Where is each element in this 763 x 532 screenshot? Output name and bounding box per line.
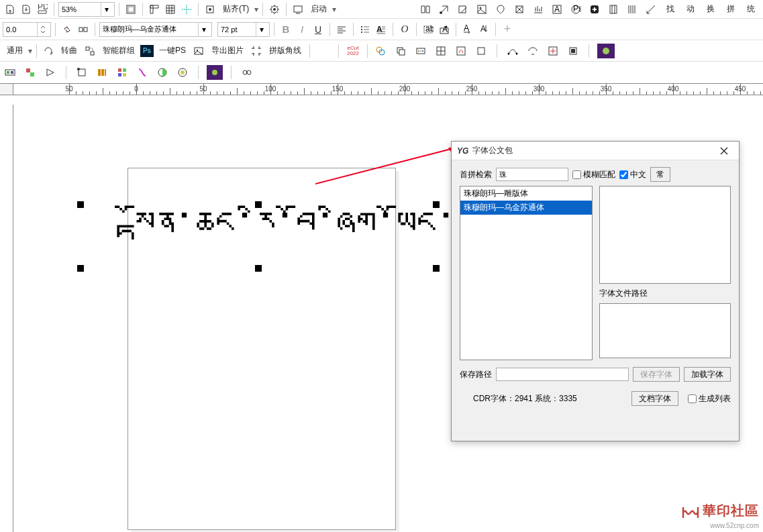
p5-icon[interactable]	[454, 44, 468, 58]
r4-1-icon[interactable]	[3, 65, 17, 80]
options-icon[interactable]	[267, 2, 282, 17]
p3-icon[interactable]	[413, 44, 428, 58]
r4-10-icon[interactable]	[207, 65, 223, 80]
doc-font-button[interactable]: 文档字体	[631, 391, 678, 406]
underline-icon[interactable]: U	[311, 22, 325, 37]
pdf-icon[interactable]: PDF	[35, 2, 50, 17]
common-button[interactable]: 常	[650, 167, 670, 182]
save-path-input[interactable]	[496, 368, 629, 381]
cn-4[interactable]: 拼	[723, 2, 739, 16]
unlink-1-icon[interactable]	[60, 22, 74, 37]
r4-4-icon[interactable]	[74, 65, 89, 80]
bold-icon[interactable]: B	[278, 22, 293, 37]
p9-icon[interactable]	[546, 44, 560, 58]
text-direction-2-icon[interactable]: A	[476, 22, 491, 37]
opentype-icon[interactable]: O	[397, 22, 412, 37]
ps-icon[interactable]: Ps	[140, 45, 154, 57]
general-menu[interactable]: 通用	[3, 44, 27, 58]
ruler-corner[interactable]	[0, 84, 13, 95]
r4-9-icon[interactable]	[175, 65, 190, 80]
oneclick-ps[interactable]: 一键PS	[155, 44, 190, 58]
numeric-input[interactable]	[3, 22, 51, 37]
script-12-icon[interactable]	[625, 2, 640, 17]
p11-icon[interactable]	[597, 44, 615, 58]
p10-icon[interactable]	[566, 44, 580, 58]
script-4-icon[interactable]	[474, 2, 489, 17]
unlink-2-icon[interactable]	[76, 22, 91, 37]
launch-menu[interactable]: 启动	[307, 2, 331, 16]
chinese-checkbox[interactable]: 中文	[619, 169, 646, 180]
r4-3-icon[interactable]	[43, 65, 58, 80]
export-image-icon[interactable]	[191, 44, 206, 58]
script-8-icon[interactable]: A	[550, 2, 564, 17]
launcher-icon[interactable]	[291, 2, 305, 17]
cn-1[interactable]: 找	[662, 2, 678, 16]
script-7-icon[interactable]	[531, 2, 546, 17]
dropcap-icon[interactable]: A	[374, 22, 389, 37]
script-6-icon[interactable]	[512, 2, 527, 17]
text-direction-1-icon[interactable]: A	[460, 22, 475, 37]
script-5-icon[interactable]	[493, 2, 508, 17]
script-1-icon[interactable]	[418, 2, 433, 17]
chevron-down-icon[interactable]: ▾	[101, 3, 111, 16]
dialog-titlebar[interactable]: YG 字体公文包	[452, 142, 739, 160]
zoom-dropdown[interactable]: ▾	[58, 2, 115, 17]
fuzzy-checkbox[interactable]: 模糊匹配	[572, 169, 615, 180]
stepper-icon[interactable]	[37, 23, 48, 36]
bullet-list-icon[interactable]	[358, 22, 372, 37]
font-dropdown[interactable]: ▾	[99, 22, 212, 37]
list-item[interactable]: 珠穆朗玛—乌金苏通体	[460, 201, 592, 215]
zoom-value[interactable]	[59, 3, 101, 15]
smart-group[interactable]: 智能群组	[99, 44, 139, 58]
p7-icon[interactable]	[505, 44, 520, 58]
italic-icon[interactable]: I	[295, 22, 309, 37]
show-rulers-icon[interactable]	[147, 2, 162, 17]
text-frame-icon[interactable]: ab	[421, 22, 436, 37]
smartgroup-icon[interactable]	[83, 44, 97, 58]
cn-2[interactable]: 动	[682, 2, 699, 16]
script-11-icon[interactable]	[606, 2, 621, 17]
add-icon[interactable]: +	[500, 22, 515, 37]
font-list[interactable]: 珠穆朗玛—雕版体 珠穆朗玛—乌金苏通体	[460, 186, 593, 360]
fullscreen-icon[interactable]	[123, 2, 138, 17]
text-vertical-icon[interactable]: A	[437, 22, 452, 37]
snap-icon[interactable]	[203, 2, 217, 17]
cn-5[interactable]: 统	[743, 2, 759, 16]
p2-icon[interactable]	[393, 44, 408, 58]
list-item[interactable]: 珠穆朗玛—雕版体	[460, 187, 592, 201]
script-10-icon[interactable]	[587, 2, 602, 17]
cn-3[interactable]: 换	[703, 2, 719, 16]
export-image[interactable]: 导出图片	[207, 44, 248, 58]
p6-icon[interactable]	[474, 44, 489, 58]
r4-7-icon[interactable]	[135, 65, 150, 80]
close-icon[interactable]	[715, 144, 733, 158]
r4-6-icon[interactable]	[115, 65, 130, 80]
search-input[interactable]	[496, 168, 568, 181]
import-icon[interactable]	[3, 2, 17, 17]
show-grid-icon[interactable]	[163, 2, 178, 17]
ecut-icon[interactable]: eCut 2022	[343, 44, 363, 58]
chevron-down-icon[interactable]: ▾	[198, 23, 209, 36]
tibetan-text[interactable]: སྟོན་ཆང་རི་བོ་ཞིག་ཡོང་།	[134, 204, 476, 249]
cropmark-icon[interactable]	[249, 44, 264, 58]
genlist-checkbox[interactable]: 生成列表	[688, 393, 731, 405]
r4-11-icon[interactable]	[240, 65, 254, 80]
fontsize-dropdown[interactable]: ▾	[217, 22, 270, 37]
load-font-button[interactable]: 加载字体	[684, 367, 731, 382]
script-9-icon[interactable]: Ps	[568, 2, 583, 17]
snap-menu[interactable]: 贴齐(T)	[219, 2, 253, 16]
crop-marks[interactable]: 拼版角线	[265, 44, 305, 58]
r4-5-icon[interactable]	[95, 65, 109, 80]
refresh-icon[interactable]	[41, 44, 56, 58]
r4-2-icon[interactable]	[23, 65, 38, 80]
align-left-icon[interactable]	[334, 22, 349, 37]
script-2-icon[interactable]	[437, 2, 452, 17]
export-icon[interactable]	[19, 2, 34, 17]
p4-icon[interactable]	[434, 44, 448, 58]
p8-icon[interactable]	[525, 44, 540, 58]
r4-8-icon[interactable]	[155, 65, 170, 80]
script-3-icon[interactable]	[456, 2, 470, 17]
show-guides-icon[interactable]	[179, 2, 194, 17]
chevron-down-icon[interactable]: ▾	[256, 23, 266, 36]
p1-icon[interactable]	[373, 44, 388, 58]
